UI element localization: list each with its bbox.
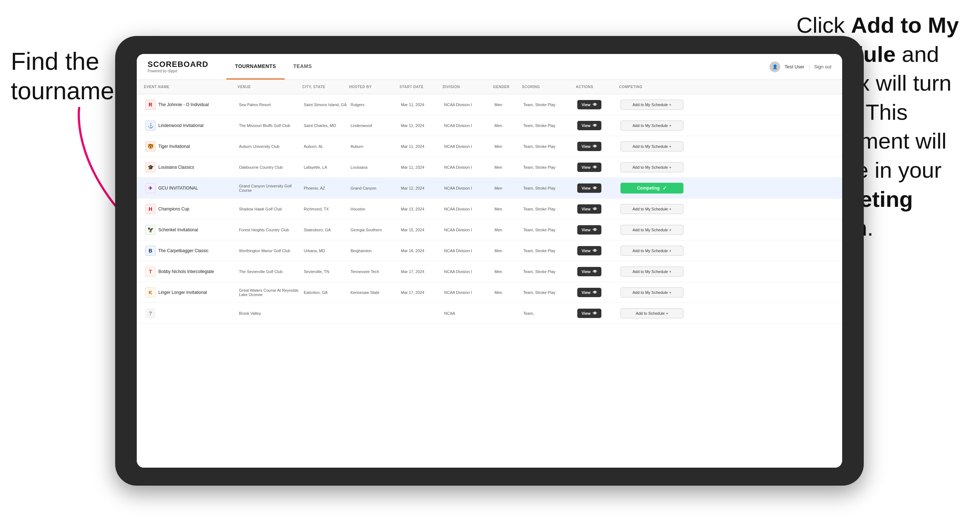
view-button[interactable]: View 👁	[577, 204, 601, 214]
action-cell: View 👁	[576, 119, 619, 132]
eye-icon: 👁	[593, 123, 597, 128]
view-button[interactable]: View 👁	[577, 288, 601, 297]
add-schedule-label: Add to My Schedule +	[633, 249, 671, 253]
city-cell: Saint Charles, MO	[302, 121, 349, 130]
gender-cell: Men	[493, 100, 522, 109]
venue-cell: Worthington Manor Golf Club	[237, 246, 302, 255]
view-button[interactable]: View 👁	[577, 183, 601, 193]
sign-out-link[interactable]: Sign out	[814, 64, 831, 70]
action-cell: View 👁	[576, 286, 619, 299]
venue-cell: Shadow Hawk Golf Club	[237, 205, 302, 213]
view-button[interactable]: View 👁	[577, 100, 601, 110]
division-cell: NCAA Division I	[443, 225, 493, 234]
event-cell: ✈ GCU INVITATIONAL	[144, 181, 237, 195]
hosted-by-cell: Tennessee Tech	[349, 267, 399, 276]
col-gender: GENDER	[493, 85, 522, 89]
division-cell: NCAA Division I	[443, 267, 493, 276]
add-schedule-label: Add to My Schedule +	[633, 124, 671, 128]
competing-cell: Add to My Schedule +	[619, 264, 691, 279]
city-cell: Statesboro, GA	[302, 225, 349, 234]
hosted-by-cell: Binghamton	[349, 246, 399, 255]
view-button[interactable]: View 👁	[577, 309, 601, 318]
venue-cell: Oakbourne Country Club	[237, 163, 302, 171]
tab-teams[interactable]: TEAMS	[285, 54, 321, 79]
add-schedule-label: Add to My Schedule +	[633, 207, 671, 211]
venue-cell: The Sevierville Golf Club	[237, 267, 302, 276]
gender-cell: Men	[493, 205, 522, 213]
action-cell: View 👁	[576, 306, 619, 320]
scoring-cell: Team,	[522, 309, 576, 317]
action-cell: View 👁	[576, 244, 619, 257]
school-logo: 🎓	[145, 162, 156, 172]
competing-label: Competing	[637, 186, 660, 190]
add-to-schedule-button[interactable]: Add to Schedule +	[620, 308, 683, 318]
event-name: Louisiana Classics	[158, 165, 194, 170]
action-cell: View 👁	[576, 265, 619, 278]
add-to-schedule-button[interactable]: Add to My Schedule +	[620, 246, 683, 256]
table-row: 🦅 Schenkel Invitational Forest Heights C…	[137, 219, 842, 240]
add-to-schedule-button[interactable]: Add to My Schedule +	[620, 225, 683, 235]
date-cell: Mar 13, 2024	[399, 205, 443, 213]
view-button[interactable]: View 👁	[577, 163, 601, 172]
view-button[interactable]: View 👁	[577, 246, 601, 256]
scoring-cell: Team, Stroke Play	[522, 184, 576, 192]
division-cell: NCAA	[443, 309, 493, 317]
col-competing: COMPETING	[619, 85, 691, 89]
city-cell: Richmond, TX	[302, 205, 349, 213]
school-logo: H	[145, 204, 156, 214]
add-to-schedule-button[interactable]: Add to My Schedule +	[620, 121, 683, 130]
event-name: Lindenwood Invitational	[158, 123, 203, 128]
eye-icon: 👁	[593, 269, 597, 274]
view-button[interactable]: View 👁	[577, 142, 601, 151]
add-schedule-label: Add to Schedule +	[636, 311, 668, 316]
table-row: T Bobby Nichols Intercollegiate The Sevi…	[137, 261, 842, 282]
event-cell: ⚓ Lindenwood Invitational	[144, 118, 237, 133]
event-cell: B The Carpetbagger Classic	[144, 243, 237, 258]
hosted-by-cell: Grand Canyon	[349, 184, 399, 192]
add-to-schedule-button[interactable]: Add to My Schedule +	[620, 287, 683, 297]
division-cell: NCAA Division I	[443, 100, 493, 109]
school-logo: K	[145, 287, 156, 297]
event-name: GCU INVITATIONAL	[158, 186, 198, 190]
gender-cell: Men	[493, 163, 522, 171]
eye-icon: 👁	[593, 102, 597, 107]
gender-cell: Men	[493, 121, 522, 130]
col-venue: VENUE	[237, 85, 302, 89]
scoring-cell: Team, Stroke Play	[522, 121, 576, 130]
eye-icon: 👁	[593, 311, 597, 316]
add-to-schedule-button[interactable]: Add to My Schedule +	[620, 100, 683, 110]
add-to-schedule-button[interactable]: Add to My Schedule +	[620, 162, 683, 172]
table-row: ? Brook Valley NCAA Team, View 👁 Add to …	[137, 303, 842, 324]
division-cell: NCAA Division I	[443, 163, 493, 171]
logo-text: SCOREBOARD	[148, 60, 208, 68]
gender-cell: Men	[493, 225, 522, 234]
logo-sub: Powered by clippd	[148, 69, 208, 73]
event-cell: H Champions Cup	[144, 202, 237, 216]
view-button[interactable]: View 👁	[577, 267, 601, 276]
col-start-date: START DATE	[399, 85, 443, 89]
city-cell: Auburn, AL	[302, 142, 349, 151]
view-button[interactable]: View 👁	[577, 121, 601, 130]
competing-button[interactable]: Competing ✓	[620, 183, 683, 194]
event-cell: 🐯 Tiger Invitational	[144, 139, 237, 154]
nav-tabs: TOURNAMENTS TEAMS	[226, 54, 321, 79]
col-hosted-by: HOSTED BY	[349, 85, 399, 89]
venue-cell: Grand Canyon University Golf Course	[237, 182, 302, 195]
city-cell: Phoenix, AZ	[302, 184, 349, 192]
table-row: B The Carpetbagger Classic Worthington M…	[137, 240, 842, 261]
scoring-cell: Team, Stroke Play	[522, 288, 576, 297]
tab-tournaments[interactable]: TOURNAMENTS	[226, 54, 285, 79]
scoring-cell: Team, Stroke Play	[522, 142, 576, 151]
view-button[interactable]: View 👁	[577, 225, 601, 235]
scoring-cell: Team, Stroke Play	[522, 246, 576, 255]
event-name: Linger Longer Invitational	[158, 290, 207, 295]
gender-cell: Men	[493, 267, 522, 276]
add-to-schedule-button[interactable]: Add to My Schedule +	[620, 141, 683, 151]
school-logo: ⚓	[145, 121, 156, 130]
add-schedule-label: Add to My Schedule +	[633, 270, 671, 274]
add-to-schedule-button[interactable]: Add to My Schedule +	[620, 204, 683, 214]
add-to-schedule-button[interactable]: Add to My Schedule +	[620, 267, 683, 277]
gender-cell	[493, 311, 522, 316]
eye-icon: 👁	[593, 206, 597, 211]
division-cell: NCAA Division I	[443, 288, 493, 297]
